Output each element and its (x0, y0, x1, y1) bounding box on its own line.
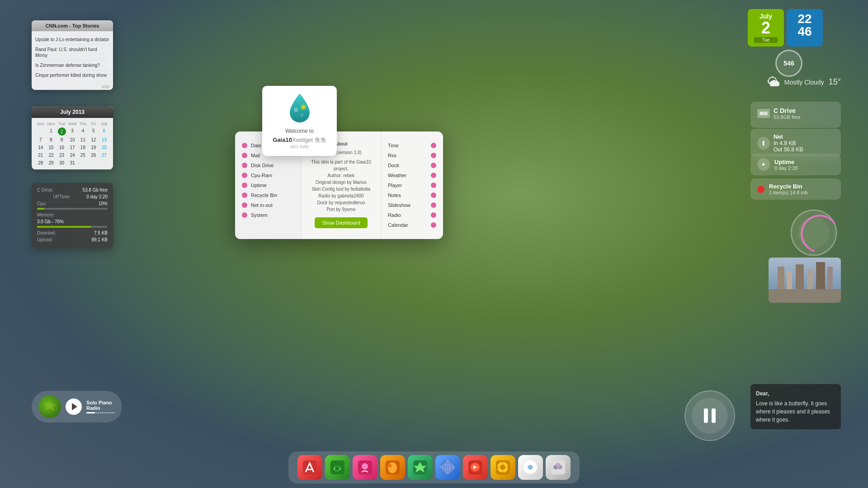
right-item-slideshow[interactable]: Slideshow (388, 200, 436, 210)
svg-rect-1 (760, 113, 762, 114)
pink-dot-notes (431, 192, 436, 198)
svg-point-46 (528, 465, 533, 469)
stats-memory-value: 3.0 Gb - 76% (37, 219, 64, 224)
about-card: Welcome to Gaia10Xwidget 鱼鱼 skin suite (262, 86, 337, 156)
show-dashboard-button[interactable]: Show Dashboard (315, 217, 367, 228)
weekday-label: Tue (754, 37, 778, 43)
welcome-text: Welcome to (269, 128, 330, 134)
dashboard-subtitle: Xwidget 鱼鱼 (292, 136, 326, 143)
cnn-widget: CNN.com - Top Stories Upside to J-Lo ent… (32, 20, 113, 90)
dashboard-title: Gaia10 (273, 136, 292, 143)
pink-dot-cpuram (242, 173, 247, 178)
svg-rect-15 (712, 408, 716, 423)
memory-bar (37, 226, 108, 228)
calendar-header: July 2013 (32, 106, 113, 118)
stats-upload-label: Upload: (37, 237, 52, 242)
stats-download-label: Downlod: (37, 230, 56, 235)
svg-point-13 (692, 398, 728, 434)
left-item-recycle[interactable]: Recycle Bin (242, 190, 294, 200)
dock-icon-1[interactable] (297, 455, 322, 480)
calendar-day-names: Sun Mon Tue Wed Thu Fri Sat (35, 121, 109, 127)
dock-icon-5[interactable] (408, 455, 433, 480)
cnn-item-1[interactable]: Upside to J-Lo entertaining a dictator (35, 35, 109, 45)
pink-dot-slideshow (431, 202, 436, 208)
photo-placeholder (769, 258, 841, 303)
cnn-item-3[interactable]: Is Zimmerman defense tanking? (35, 61, 109, 70)
humidity-widget: 546 (775, 50, 802, 77)
net-widget: ⬆ Net In 4.9 KB Out 56.8 KB (750, 129, 841, 157)
dock-icon-3[interactable] (353, 455, 377, 480)
stats-memory-label: Memory: (37, 212, 55, 217)
net-in: In 4.9 KB (774, 140, 803, 146)
pink-dot-rss (431, 153, 436, 158)
pink-dot-uptime (242, 183, 247, 188)
cnn-item-4[interactable]: Cirque performer killed during show (35, 70, 109, 80)
stats-upload-value: 89.1 KB (91, 237, 108, 242)
right-item-radio[interactable]: Radio (388, 210, 436, 220)
calendar-grid: Sun Mon Tue Wed Thu Fri Sat 1 2 3 4 5 6 … (32, 118, 113, 169)
svg-point-16 (294, 108, 298, 112)
right-item-rss[interactable]: Rss (388, 150, 436, 160)
dock-icon-2[interactable] (325, 455, 350, 480)
svg-point-25 (362, 463, 368, 469)
right-item-calendar[interactable]: Calendar (388, 220, 436, 230)
svg-point-17 (301, 114, 303, 117)
pink-dot-weather (431, 173, 436, 178)
recycle-dot (757, 186, 764, 193)
cdrive-icon (757, 109, 770, 118)
pink-dot-time (431, 143, 436, 148)
right-item-player[interactable]: Player (388, 180, 436, 190)
right-item-notes[interactable]: Notes (388, 190, 436, 200)
cpu-bar (37, 208, 108, 210)
pink-dot-calendar (431, 222, 436, 228)
day-label: 2 (754, 20, 778, 36)
uptime-value: 0 day 2:20 (774, 165, 797, 171)
dock-icon-10[interactable] (546, 455, 571, 480)
right-item-dock[interactable]: Dock (388, 160, 436, 170)
notes-text: Love is like a butterfly. It goes where … (756, 399, 835, 424)
stats-cpu-value: 10% (99, 201, 108, 206)
media-progress-bar[interactable] (86, 412, 115, 413)
svg-point-23 (335, 466, 340, 471)
stats-cdrive-free: 53.8 Gb free (82, 188, 108, 192)
weather-temperature: 15° (829, 77, 841, 87)
time-box: 22 46 (787, 9, 823, 47)
net-title: Net (774, 133, 803, 140)
music-circle-player[interactable] (683, 389, 737, 443)
cnn-item-2[interactable]: Rand Paul: U.S. shouldn't fund Morsy (35, 45, 109, 61)
volume-widget[interactable] (787, 206, 841, 260)
humidity-circle: 546 (775, 50, 802, 77)
dock-icon-9[interactable] (518, 455, 543, 480)
weather-condition: Mostly Cloudy (784, 79, 824, 86)
humidity-value: 546 (783, 60, 794, 67)
dock-icon-8[interactable] (491, 455, 515, 480)
dock-icon-7[interactable] (463, 455, 488, 480)
right-item-weather[interactable]: Weather (388, 170, 436, 180)
svg-point-28 (389, 464, 392, 468)
calendar-widget: July 2013 Sun Mon Tue Wed Thu Fri Sat 1 … (32, 106, 113, 169)
date-box[interactable]: July 2 Tue (748, 9, 784, 47)
panel-right: Time Rss Dock Weather Player Notes (381, 131, 443, 239)
right-item-time[interactable]: Time (388, 141, 436, 150)
dock-icon-6[interactable] (435, 455, 460, 480)
media-play-button[interactable] (66, 399, 82, 415)
left-item-diskdrive[interactable]: Disk Drive (242, 160, 294, 170)
left-item-system[interactable]: System (242, 210, 294, 220)
svg-point-19 (302, 105, 305, 109)
svg-rect-11 (769, 289, 841, 303)
uptime-widget: ✦ Uptime 0 day 2:20 (750, 154, 841, 175)
svg-point-3 (798, 217, 830, 249)
stats-download-value: 7.5 KB (94, 230, 108, 235)
left-item-netinout[interactable]: Net in-out (242, 200, 294, 210)
stats-uptime-label: UPTime: (53, 194, 71, 199)
notes-widget: Dear, Love is like a butterfly. It goes … (750, 384, 841, 429)
play-icon (72, 403, 77, 410)
dock-icon-4[interactable] (380, 455, 405, 480)
left-item-cpuram[interactable]: Cpu-Ram (242, 170, 294, 180)
notes-salutation: Dear, (756, 389, 835, 398)
left-item-uptime[interactable]: Uptime (242, 180, 294, 190)
pink-dot-recycle (242, 192, 247, 198)
stats-widget: C Drive: 53.8 Gb free UPTime: 0 day 2:20… (32, 183, 113, 249)
net-icon: ⬆ (757, 137, 770, 150)
svg-point-27 (388, 462, 397, 473)
